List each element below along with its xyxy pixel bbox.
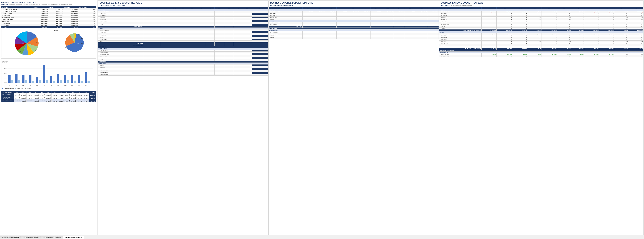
budget-ops-header: EXPENSES - O... xyxy=(98,46,268,48)
tab-actual[interactable]: Business Expense ACTUAL xyxy=(21,236,41,238)
actual-general-admin-header: GENERAL/ADM... xyxy=(269,30,439,31)
var-row: INSURANCE $ -$ -$ - $ -$ -$ - $ -$ -$ - … xyxy=(439,39,643,40)
actual-col-oct: OCT xyxy=(404,7,416,9)
var-ops-header: VARIANCES - OPERATIONAL xyxy=(439,50,643,52)
budget-col-feb: FEB xyxy=(152,7,160,9)
budget-row: SUBSCRIPTIONS xyxy=(98,72,268,74)
var-total-perm: TOTAL PERMANENT EMPLOYMENT $ (7,000.00) … xyxy=(439,30,643,31)
actual-row: SALARIES/WAGES xyxy=(269,22,439,24)
budget-col-yr: YR TOTAL xyxy=(252,7,268,9)
pie-label-8: 32% xyxy=(24,33,26,34)
actual-col-nov: NOV xyxy=(416,7,427,9)
svg-text:SEPT: SEPT xyxy=(64,85,66,86)
right-panels: BUSINESS EXPENSE BUDGET TEMPLATE PROJECT… xyxy=(98,0,644,239)
bar-chart-svg: 60000 50000 40000 30000 10000 JAN FEB MA… xyxy=(2,64,93,88)
legend-actual: ■ TOTAL ACTUAL EXPENSES xyxy=(15,88,31,89)
pie-label-7: 11% xyxy=(18,38,20,39)
tab-add-button[interactable]: + xyxy=(84,236,88,238)
budget-row: BUSINESS INSUR. xyxy=(98,57,268,59)
bar-mar-total xyxy=(22,75,24,83)
budget-row: SALARIES/WAGES xyxy=(98,11,268,13)
budget-col-may: MAY xyxy=(179,7,188,9)
pie-chart-container: 7% 7% 7% 9% 9% 10% 11% 32% xyxy=(2,30,51,56)
budget-col-jan: JAN xyxy=(143,7,152,9)
variances-grid: VARIANCES - EMPLOYMENT JAN FEB MAR APR M… xyxy=(439,7,643,57)
budget-row: INCREASES xyxy=(98,33,268,35)
budget-row: RECRUITMENT xyxy=(98,39,268,40)
actual-row: BENEFITS xyxy=(269,13,439,15)
bar-apr-actual xyxy=(32,81,34,83)
budget-row: RECRUITMENT xyxy=(98,20,268,22)
bar-jul-total xyxy=(50,76,52,83)
budget-row: INSURANCE xyxy=(98,35,268,37)
actual-panel-subtitle: ACTUAL BUDGET EXPENSES xyxy=(269,4,439,7)
actual-casual-header: CASUAL xyxy=(269,20,439,22)
budget-pie-chart: 7% 7% 7% 9% 9% 10% 11% 32% xyxy=(1,29,52,58)
eo-header-jan: JAN xyxy=(14,92,20,93)
budget-row: OTHER xyxy=(98,37,268,39)
eo-header-oct: OCT xyxy=(70,92,76,93)
charts-row: 7% 7% 7% 9% 9% 10% 11% 32% ACTUAL xyxy=(1,29,96,58)
table-row: AUTOMOTIVE $ 34,000.00 $ 10,200.00 $ 23,… xyxy=(2,22,96,24)
actual-col-jun: JUN xyxy=(359,7,370,9)
bar-feb-actual xyxy=(18,80,20,83)
budget-row: KITCHENETTE/CO... xyxy=(98,74,268,76)
tab-budget[interactable]: Business Expense BUDGET xyxy=(0,236,21,238)
tab-variances[interactable]: Business Expense VARIANCES xyxy=(41,236,63,238)
var-row: BONUS PAY $ -$ -$ - $ -$ -$ - $ -$ -$ - … xyxy=(439,18,643,20)
budget-row: SALARIES/WAGES xyxy=(98,30,268,31)
actual-chart-title: ACTUAL xyxy=(54,30,95,32)
bar-jan-actual xyxy=(11,80,13,83)
budget-panel: BUSINESS EXPENSE BUDGET TEMPLATE PROJECT… xyxy=(98,0,268,238)
actual-col-may: MAY xyxy=(348,7,359,9)
variances-panel-note: All calculations performed automatically… xyxy=(451,5,472,6)
table-row: EMPLOYMENT - CASUAL $ 94,000.00 $ 10,200… xyxy=(2,10,96,12)
variances-panel-subtitle: VARIANCES xyxy=(441,4,450,6)
var-col-oct: OCT xyxy=(615,7,628,9)
budget-row: OTHER xyxy=(98,40,268,42)
var-row: OTHER $ -$ -$ - $ -$ -$ - $ -$ -$ - $ -$… xyxy=(439,44,643,46)
budget-col-jun: JUN xyxy=(188,7,197,9)
svg-text:JAN: JAN xyxy=(8,85,10,86)
budget-row: LAUNDRY xyxy=(98,66,268,68)
bar-oct-actual xyxy=(74,80,76,83)
svg-text:JUL: JUL xyxy=(50,85,52,86)
actual-scroll[interactable]: ACTUAL EXPENSES - EMPLOYMENT JAN FEB MAR… xyxy=(269,7,439,39)
analysis-table: CATEGORY BUDGET ACTUAL VARIANCES % OF VA… xyxy=(1,6,96,28)
eo-header-aug: AUG xyxy=(58,92,64,93)
budget-total-perm: TOTAL PERMA... xyxy=(98,26,268,28)
var-col-nov: NOV xyxy=(628,7,643,9)
budget-col-mar: MAR xyxy=(160,7,170,9)
actual-row: OTHER xyxy=(269,37,439,39)
budget-row: CLEANING SERV. xyxy=(98,70,268,72)
bar-mar-actual xyxy=(25,80,27,83)
svg-text:NOV: NOV xyxy=(78,85,80,86)
budget-row: BONUS PAY xyxy=(98,31,268,33)
var-row: INSURANCE $ -$ -$ - $ -$ -$ - $ -$ -$ - … xyxy=(439,20,643,22)
var-row: CONSULT FEES $ -$ -$ - $ -$ -$ - $ -$ -$… xyxy=(439,55,643,57)
col-pct: % OF VARIANCE xyxy=(78,6,96,8)
var-col-aug: AUG xyxy=(585,7,600,9)
actual-row: INSURANCE xyxy=(269,24,439,26)
actual-col-dec: DEC xyxy=(427,7,439,9)
budget-scroll[interactable]: EXPENSES - EMPLOYMENT JAN FEB MAR APR MA… xyxy=(98,7,268,76)
actual-label-1: 5% xyxy=(65,47,67,48)
variances-scroll[interactable]: VARIANCES - EMPLOYMENT JAN FEB MAR APR M… xyxy=(439,7,643,57)
actual-label-3: 4% xyxy=(81,38,83,39)
budget-col-oct: OCT xyxy=(225,7,234,9)
bar-feb-total xyxy=(15,74,18,83)
actual-col-mar: MAR xyxy=(325,7,336,9)
bar-dec-actual xyxy=(88,81,90,83)
budget-col-apr: APR xyxy=(170,7,179,9)
table-row: OCCUPANCY $ 34,000.00 $ 10,200.00 $ 23,8… xyxy=(2,20,96,22)
actual-pie-chart: ACTUAL 73% 5% 3% 4% 4% xyxy=(53,29,96,58)
eo-variance-row: TOTAL VARIANCES $ 3,900.00 $ 18,400.00 $… xyxy=(2,99,96,102)
tab-analysis[interactable]: Business Expense Analysis xyxy=(63,236,84,238)
svg-text:JUN: JUN xyxy=(44,85,45,86)
analysis-title: BUSINESS EXPENSE BUDGET TEMPLATE xyxy=(1,1,96,3)
budget-col-sept: SEPT xyxy=(214,7,225,9)
pie-label-3: 7% xyxy=(34,50,36,51)
pie-label-5: 9% xyxy=(20,51,21,52)
analysis-label: ANALYSIS xyxy=(1,4,8,5)
variances-panel: BUSINESS EXPENSE BUDGET TEMPLATE VARIANC… xyxy=(439,0,644,238)
